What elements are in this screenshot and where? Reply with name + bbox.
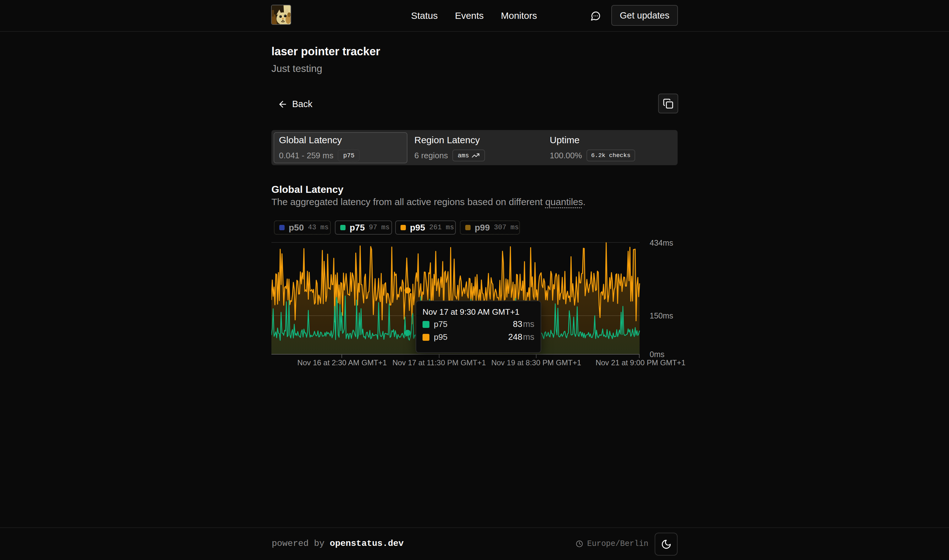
svg-text:Nov 16 at 2:30 AM GMT+1: Nov 16 at 2:30 AM GMT+1	[297, 358, 387, 367]
svg-text:Nov 17 at 11:30 PM GMT+1: Nov 17 at 11:30 PM GMT+1	[392, 358, 486, 367]
svg-text:434ms: 434ms	[650, 239, 673, 247]
svg-text:0ms: 0ms	[650, 350, 664, 358]
svg-text:Nov 19 at 8:30 PM GMT+1: Nov 19 at 8:30 PM GMT+1	[491, 358, 581, 367]
svg-text:Nov 21 at 9:00 PM GMT+1: Nov 21 at 9:00 PM GMT+1	[595, 358, 686, 367]
svg-text:150ms: 150ms	[650, 311, 673, 320]
